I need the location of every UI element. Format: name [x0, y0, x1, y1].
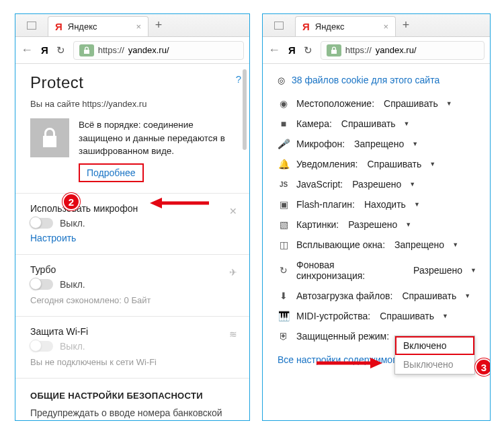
- status-text: Всё в порядке: соединение защищено и дан…: [79, 118, 236, 158]
- cookies-link[interactable]: 38 файлов cookie для этого сайта: [292, 75, 439, 85]
- permission-label: Местоположение:: [296, 98, 374, 109]
- permissions-panel: ◎ 38 файлов cookie для этого сайта ◉Мест…: [263, 64, 490, 420]
- permission-row-flash[interactable]: ▣Flash-плагин: Находить▼: [278, 194, 476, 214]
- permission-row-sync[interactable]: ↻Фоновая синхронизация: Разрешено▼: [278, 255, 476, 286]
- back-button[interactable]: ←: [268, 43, 280, 57]
- tab-active[interactable]: Я Яндекс ×: [48, 16, 149, 36]
- mic-state: Выкл.: [60, 218, 85, 229]
- turbo-saved: Сегодня сэкономлено: 0 Байт: [30, 295, 236, 305]
- address-bar[interactable]: https://yandex.ru/: [321, 41, 485, 60]
- tab-title: Яндекс: [315, 22, 345, 32]
- reload-button[interactable]: ↻: [56, 44, 65, 56]
- permission-row-bell[interactable]: 🔔Уведомления: Спрашивать▼: [278, 154, 476, 174]
- chevron-down-icon[interactable]: ▼: [470, 267, 476, 274]
- close-icon[interactable]: ×: [383, 22, 388, 32]
- permission-row-pin[interactable]: ◉Местоположение: Спрашивать▼: [278, 93, 476, 114]
- svg-marker-1: [150, 198, 162, 208]
- chevron-down-icon[interactable]: ▼: [452, 241, 458, 248]
- chevron-down-icon[interactable]: ▼: [405, 221, 411, 228]
- help-link[interactable]: ?: [236, 73, 241, 85]
- browser-window-left: Я Яндекс × + ← Я ↻ https://yandex.ru/ ? …: [15, 13, 250, 421]
- permission-value[interactable]: Запрещено: [394, 239, 444, 250]
- lock-icon[interactable]: [79, 44, 94, 56]
- toolbar: ← Я ↻ https://yandex.ru/: [15, 37, 249, 64]
- tab-active[interactable]: Я Яндекс ×: [295, 16, 396, 36]
- chevron-down-icon[interactable]: ▼: [464, 292, 470, 299]
- dropdown-option-on[interactable]: Включено: [395, 336, 474, 355]
- new-tab-button[interactable]: +: [149, 14, 169, 36]
- window-control-placeholder: [15, 14, 48, 36]
- popup-icon: ◫: [278, 239, 290, 250]
- turbo-title: Турбо: [30, 264, 236, 275]
- annotation-badge-3: 3: [475, 358, 490, 376]
- permission-value[interactable]: Запрещено: [354, 139, 404, 149]
- permission-label: Всплывающие окна:: [296, 239, 385, 250]
- permission-value[interactable]: Находить: [364, 199, 406, 210]
- cookies-row[interactable]: ◎ 38 файлов cookie для этого сайта: [278, 71, 476, 93]
- tab-bar: Я Яндекс × +: [263, 14, 490, 37]
- url-scheme: https://: [345, 45, 372, 55]
- yandex-favicon: Я: [55, 21, 62, 32]
- rocket-icon: ✈: [229, 267, 237, 278]
- protected-mode-dropdown[interactable]: Включено Выключено: [394, 336, 475, 375]
- browser-window-right: Я Яндекс × + ← Я ↻ https://yandex.ru/ ◎ …: [262, 13, 491, 421]
- mic-toggle[interactable]: [30, 218, 53, 229]
- more-link[interactable]: Подробнее: [79, 163, 144, 182]
- permission-label: Автозагрузка файлов:: [296, 290, 392, 301]
- mic-off-icon: ✕: [229, 206, 237, 216]
- yandex-home-button[interactable]: Я: [41, 44, 48, 56]
- camera-icon: ■: [278, 118, 290, 129]
- dropdown-option-off[interactable]: Выключено: [395, 355, 474, 374]
- permission-value[interactable]: Разрешено: [348, 219, 397, 230]
- chevron-down-icon[interactable]: ▼: [442, 313, 448, 319]
- chevron-down-icon[interactable]: ▼: [409, 181, 415, 188]
- yandex-favicon: Я: [302, 21, 310, 32]
- midi-icon: 🎹: [278, 311, 290, 321]
- permission-value[interactable]: Разрешено: [413, 265, 462, 276]
- chevron-down-icon[interactable]: ▼: [412, 141, 418, 147]
- wifi-title: Защита Wi-Fi: [30, 326, 236, 337]
- mic-icon: 🎤: [278, 139, 290, 149]
- url-scheme: https://: [98, 45, 124, 55]
- permission-row-camera[interactable]: ■Камера: Спрашивать▼: [278, 114, 476, 134]
- permission-value[interactable]: Спрашивать: [402, 290, 456, 301]
- permission-value[interactable]: Разрешено: [352, 179, 401, 190]
- turbo-toggle[interactable]: [30, 279, 53, 290]
- new-tab-button[interactable]: +: [396, 14, 416, 36]
- chevron-down-icon[interactable]: ▼: [429, 161, 435, 167]
- chevron-down-icon[interactable]: ▼: [404, 120, 410, 127]
- yandex-home-button[interactable]: Я: [288, 44, 296, 56]
- wifi-state: Выкл.: [60, 341, 85, 352]
- wifi-icon: ≋: [229, 329, 237, 340]
- chevron-down-icon[interactable]: ▼: [414, 201, 420, 208]
- permission-row-midi[interactable]: 🎹MIDI-устройства: Спрашивать▼: [278, 306, 476, 326]
- permission-row-popup[interactable]: ◫Всплывающие окна: Запрещено▼: [278, 235, 476, 255]
- protect-panel: ? Protect Вы на сайте https://yandex.ru …: [15, 64, 249, 420]
- permission-row-download[interactable]: ⬇Автозагрузка файлов: Спрашивать▼: [278, 286, 476, 306]
- svg-marker-3: [370, 358, 382, 368]
- chevron-down-icon[interactable]: ▼: [446, 100, 452, 107]
- permission-label: JavaScript:: [296, 179, 343, 190]
- mic-configure-link[interactable]: Настроить: [30, 233, 76, 243]
- permission-value[interactable]: Спрашивать: [380, 311, 434, 321]
- address-bar[interactable]: https://yandex.ru/: [73, 41, 244, 60]
- permission-value[interactable]: Спрашивать: [341, 118, 396, 129]
- lock-icon[interactable]: [327, 44, 341, 56]
- flash-icon: ▣: [278, 199, 290, 210]
- permission-label: Фоновая синхронизация:: [296, 260, 404, 281]
- permission-value[interactable]: Спрашивать: [384, 98, 438, 109]
- permission-row-mic[interactable]: 🎤Микрофон: Запрещено▼: [278, 134, 476, 154]
- permission-list: ◉Местоположение: Спрашивать▼■Камера: Спр…: [278, 93, 476, 346]
- annotation-badge-2: 2: [62, 193, 80, 210]
- tab-title: Яндекс: [68, 22, 97, 32]
- permission-row-image[interactable]: ▧Картинки: Разрешено▼: [278, 214, 476, 235]
- image-icon: ▧: [278, 219, 290, 230]
- permission-row-js[interactable]: JSJavaScript: Разрешено▼: [278, 174, 476, 194]
- permission-label: Уведомления:: [296, 159, 358, 169]
- permission-value[interactable]: Спрашивать: [367, 159, 421, 169]
- back-button[interactable]: ←: [21, 43, 33, 57]
- reload-button[interactable]: ↻: [304, 44, 312, 56]
- setting-turbo: ✈ Турбо Выкл. Сегодня сэкономлено: 0 Бай…: [30, 264, 236, 305]
- close-icon[interactable]: ×: [136, 22, 141, 32]
- wifi-toggle: [30, 341, 53, 352]
